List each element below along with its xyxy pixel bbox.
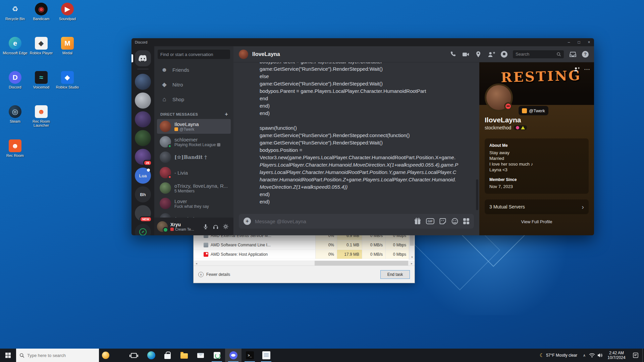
tray-expand-button[interactable]: ∧ (581, 349, 588, 362)
process-row[interactable]: AMD Software: Host Application 0% 17.9 M… (194, 250, 409, 259)
inbox-button[interactable] (569, 51, 577, 58)
conversation-search-button[interactable]: Find or start a conversation (158, 50, 230, 59)
chat-search-input[interactable]: Search (513, 50, 564, 58)
taskbar-app-button[interactable] (192, 349, 209, 362)
dm-list-item[interactable]: [☆]Bandit † (157, 150, 231, 165)
search-highlight-button[interactable] (99, 349, 112, 362)
chat-user-avatar[interactable] (239, 50, 248, 59)
desktop-icon[interactable]: ♻ Recycle Bin (2, 3, 28, 37)
profile-avatar[interactable] (485, 83, 513, 112)
dm-list-item[interactable]: † Mads † (157, 212, 231, 218)
desktop-icon[interactable]: ◎ Steam (2, 105, 28, 139)
start-button[interactable] (0, 349, 16, 362)
server-icon[interactable] (135, 74, 151, 90)
chat-scrollbar[interactable] (476, 179, 478, 210)
task-view-button[interactable] (127, 349, 141, 362)
desktop-icon[interactable]: ◉ Bandicam (28, 3, 54, 37)
fewer-details-button[interactable]: ∧ Fewer details (198, 272, 230, 277)
dm-list-item[interactable]: IloveLayna @Twerk (157, 119, 231, 134)
desktop-icon[interactable]: ◼ Roblox Player (28, 37, 54, 71)
tag-chip[interactable]: @Twerk (519, 106, 548, 115)
desktop-icon[interactable]: ≈ Voicemod (28, 71, 54, 105)
gif-picker-button[interactable]: GIF (426, 218, 434, 224)
desktop-icon[interactable]: ☻ Rec Room Launcher (28, 105, 54, 139)
server-icon[interactable]: NEW (135, 205, 151, 221)
sidebar-nav-item[interactable]: ◆ Nitro (157, 77, 231, 92)
sidebar-nav-item[interactable]: ⌂ Shop (157, 92, 231, 107)
desktop-icon-label: Rec Room Launcher (29, 119, 54, 127)
server-icon[interactable]: Lua (135, 168, 151, 184)
scrollbar-thumb[interactable] (315, 261, 408, 266)
more-options-icon[interactable]: ⋯ (584, 68, 590, 71)
server-icon[interactable] (135, 93, 151, 109)
network-button[interactable] (588, 349, 596, 362)
taskbar-app-icon: >_ (246, 351, 254, 359)
discord-titlebar[interactable]: Discord – □ × (131, 38, 594, 46)
user-settings-button[interactable] (221, 222, 231, 232)
pinned-messages-button[interactable] (475, 51, 482, 58)
taskbar-search-input[interactable] (27, 353, 89, 358)
desktop-icon[interactable]: ☻ Rec Room (2, 139, 28, 174)
gift-button[interactable] (414, 218, 421, 225)
dm-list-item[interactable]: schloemer Playing Rocket League (157, 134, 231, 149)
taskbar-app-button[interactable] (143, 349, 159, 362)
video-call-button[interactable] (462, 51, 469, 58)
dm-list-item[interactable]: - Livia (157, 165, 231, 180)
help-button[interactable]: ? (582, 51, 589, 58)
server-icon[interactable] (135, 130, 151, 146)
dm-list-item[interactable]: oTrixzy, IloveLayna, R... 5 Members (157, 181, 231, 195)
show-desktop-button[interactable] (642, 349, 644, 362)
user-profile-toggle[interactable] (501, 51, 507, 58)
self-texts: Xryu Cream Te... (170, 222, 194, 231)
speaker-icon (597, 353, 603, 358)
server-icon[interactable] (135, 50, 151, 66)
desktop-icon[interactable]: e Microsoft Edge (2, 37, 28, 71)
desktop-icon[interactable]: M Medal (54, 37, 80, 71)
process-row[interactable]: AMD Software Command Line I... 0% 0.1 MB… (194, 240, 409, 250)
view-full-profile-button[interactable]: View Full Profile (485, 219, 589, 224)
taskbar-app-button[interactable] (159, 349, 176, 362)
taskbar-app-button[interactable] (176, 349, 192, 362)
self-avatar[interactable] (157, 221, 168, 232)
taskbar: >_ ☾ 57°F Mostly clear ∧ (0, 349, 644, 362)
desktop-icon[interactable]: D Discord (2, 71, 28, 105)
fewer-details-label: Fewer details (206, 272, 230, 277)
server-icon[interactable] (135, 111, 151, 127)
mutual-servers-button[interactable]: 3 Mutual Servers › (485, 199, 589, 214)
taskbar-app-button[interactable] (258, 349, 274, 362)
close-button[interactable]: × (584, 38, 594, 46)
server-icon[interactable] (135, 224, 151, 235)
voice-call-button[interactable] (449, 51, 457, 58)
message-input[interactable] (255, 219, 410, 224)
clock[interactable]: 2:42 AM 10/7/2024 (604, 349, 629, 362)
desktop-icon[interactable]: ◼ Roblox Studio (54, 71, 80, 105)
sticker-picker-button[interactable] (439, 218, 446, 225)
taskbar-app-button[interactable] (225, 349, 241, 362)
server-icon[interactable]: Bh (135, 186, 151, 202)
profile-badges[interactable] (514, 125, 527, 130)
taskbar-search[interactable] (16, 349, 99, 362)
add-friend-icon[interactable] (573, 66, 580, 72)
dm-list-item[interactable]: Lover Fuck what they say (157, 196, 231, 211)
add-friends-to-dm-button[interactable] (487, 51, 495, 58)
taskbar-app-button[interactable]: >_ (241, 349, 258, 362)
emoji-picker-button[interactable] (451, 218, 459, 225)
minimize-button[interactable]: – (564, 38, 574, 46)
deafen-button[interactable] (211, 222, 221, 232)
create-dm-button[interactable]: + (225, 111, 228, 117)
apps-button[interactable] (463, 218, 469, 224)
action-center-button[interactable] (629, 349, 642, 362)
desktop-icon[interactable]: ▶ Soundpad (54, 3, 80, 37)
mute-microphone-button[interactable] (201, 222, 211, 232)
message-input-bar: + (239, 214, 474, 229)
attach-file-button[interactable]: + (244, 218, 251, 225)
volume-button[interactable] (596, 349, 604, 362)
end-task-button[interactable]: End task (380, 270, 410, 279)
server-icon[interactable]: 26 (135, 149, 151, 165)
scroll-down-arrow[interactable]: ▾ (409, 254, 415, 260)
maximize-button[interactable]: □ (574, 38, 584, 46)
taskbar-app-button[interactable] (209, 349, 225, 362)
sidebar-nav-item[interactable]: ☻ Friends (157, 62, 231, 77)
weather-widget[interactable]: ☾ 57°F Mostly clear (536, 349, 581, 362)
desktop-icon-glyph: ◎ (12, 108, 18, 116)
